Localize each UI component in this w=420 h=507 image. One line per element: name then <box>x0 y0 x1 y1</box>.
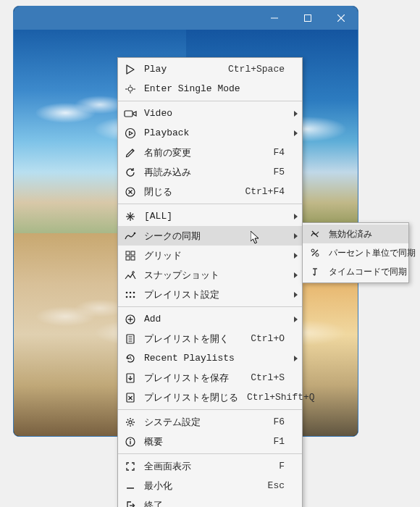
svg-point-25 <box>126 291 128 293</box>
close-icon <box>122 184 138 200</box>
svg-rect-23 <box>131 256 135 260</box>
menu-item-label: 終了 <box>144 499 298 508</box>
svg-rect-9 <box>125 111 133 117</box>
svg-point-10 <box>126 128 135 138</box>
menu-item-shortcut: Ctrl+S <box>251 372 285 383</box>
menu-item[interactable]: 全画面表示F <box>118 456 302 476</box>
submenu-arrow-icon <box>294 272 298 278</box>
menu-item[interactable]: タイムコードで同期 <box>303 262 408 281</box>
menu-item[interactable]: 閉じるCtrl+F4 <box>118 182 302 201</box>
menu-item[interactable]: PlayCtrl+Space <box>118 59 302 79</box>
menu-item-label: プレイリストを保存 <box>144 372 242 385</box>
svg-rect-21 <box>131 251 135 255</box>
add-icon <box>122 311 138 327</box>
menu-item[interactable]: パーセント単位で同期 <box>303 243 408 262</box>
menu-item-label: Recent Playlists <box>144 353 298 364</box>
submenu-seek-sync[interactable]: 無効化済みパーセント単位で同期タイムコードで同期 <box>302 222 409 283</box>
menu-item-shortcut: F5 <box>273 167 285 177</box>
save-playlist-icon <box>122 370 138 386</box>
menu-item[interactable]: 無効化済み <box>303 225 408 243</box>
timecode-icon <box>307 264 323 280</box>
play-icon <box>122 62 138 77</box>
submenu-arrow-icon <box>294 356 298 361</box>
all-icon <box>122 209 138 225</box>
reload-icon <box>122 164 138 180</box>
menu-item-label: [ALL] <box>144 211 298 222</box>
menu-item[interactable]: 最小化Esc <box>118 476 302 495</box>
submenu-arrow-icon <box>294 292 298 298</box>
menu-item-label: Enter Single Mode <box>144 83 298 94</box>
playback-icon <box>122 125 138 141</box>
menu-item-label: タイムコードで同期 <box>329 266 407 278</box>
rename-icon <box>122 145 138 161</box>
svg-line-39 <box>130 359 132 360</box>
svg-point-29 <box>130 296 132 298</box>
menu-item[interactable]: 概要F1 <box>118 432 302 451</box>
menu-item[interactable]: プレイリスト設定 <box>118 285 302 304</box>
menu-separator <box>118 453 302 454</box>
menu-item-label: シークの同期 <box>144 230 298 243</box>
titlebar <box>14 7 358 30</box>
svg-point-52 <box>311 249 314 252</box>
menu-item-label: Play <box>144 64 219 75</box>
menu-item[interactable]: グリッド <box>118 246 302 265</box>
menu-item-shortcut: Ctrl+F4 <box>245 186 285 197</box>
menu-item[interactable]: プレイリストを保存Ctrl+S <box>118 368 302 387</box>
svg-point-19 <box>134 232 136 234</box>
menu-item-label: スナップショット <box>144 269 298 282</box>
menu-item-label: 全画面表示 <box>144 460 270 473</box>
menu-item-label: プレイリスト設定 <box>144 288 298 301</box>
menu-item[interactable]: プレイリストを開くCtrl+O <box>118 329 302 348</box>
svg-point-24 <box>133 271 135 273</box>
context-menu[interactable]: PlayCtrl+SpaceEnter Single ModeVideoPlay… <box>117 57 303 507</box>
maximize-button[interactable] <box>291 7 324 30</box>
menu-item-label: Playback <box>144 127 298 138</box>
single-mode-icon <box>122 81 138 97</box>
minimize-button[interactable] <box>258 7 291 30</box>
menu-item[interactable]: 名前の変更F4 <box>118 143 302 162</box>
minimize-icon <box>271 14 278 22</box>
menu-item[interactable]: Add <box>118 309 302 329</box>
menu-item-shortcut: F6 <box>273 416 285 427</box>
menu-item-label: Video <box>144 108 298 119</box>
menu-item-label: プレイリストを開く <box>144 332 242 345</box>
submenu-arrow-icon <box>294 214 298 219</box>
submenu-arrow-icon <box>294 233 298 239</box>
svg-point-30 <box>133 296 135 298</box>
menu-item-label: Add <box>144 314 298 324</box>
menu-item-shortcut: Ctrl+Space <box>228 64 285 75</box>
svg-point-4 <box>128 87 133 91</box>
menu-item[interactable]: Recent Playlists <box>118 348 302 368</box>
menu-item-shortcut: Esc <box>268 480 285 491</box>
menu-separator <box>118 306 302 307</box>
sync-seek-icon <box>122 228 138 244</box>
snapshot-icon <box>122 267 138 283</box>
close-button[interactable] <box>324 7 358 30</box>
menu-item-label: グリッド <box>144 249 298 262</box>
menu-separator <box>118 409 302 410</box>
menu-item[interactable]: Enter Single Mode <box>118 79 302 99</box>
svg-rect-20 <box>126 251 130 255</box>
menu-item[interactable]: Playback <box>118 123 302 143</box>
menu-separator <box>118 101 302 101</box>
disabled-icon <box>307 226 323 242</box>
menu-item[interactable]: Video <box>118 104 302 123</box>
svg-rect-22 <box>126 256 130 260</box>
submenu-arrow-icon <box>294 111 298 117</box>
exit-icon <box>122 498 138 508</box>
svg-point-26 <box>130 291 132 293</box>
playlist-settings-icon <box>122 287 138 303</box>
maximize-icon <box>304 14 311 22</box>
menu-item[interactable]: シークの同期 <box>118 226 302 246</box>
video-icon <box>122 106 138 122</box>
menu-item[interactable]: プレイリストを閉じるCtrl+Shift+Q <box>118 387 302 407</box>
menu-separator <box>118 204 302 204</box>
menu-item-label: パーセント単位で同期 <box>329 247 416 259</box>
menu-item[interactable]: システム設定F6 <box>118 412 302 432</box>
menu-item[interactable]: スナップショット <box>118 265 302 285</box>
recent-icon <box>122 351 138 366</box>
menu-item[interactable]: 終了 <box>118 495 302 507</box>
menu-item[interactable]: [ALL] <box>118 206 302 226</box>
menu-item[interactable]: 再読み込みF5 <box>118 162 302 182</box>
menu-item-shortcut: F1 <box>273 436 285 447</box>
